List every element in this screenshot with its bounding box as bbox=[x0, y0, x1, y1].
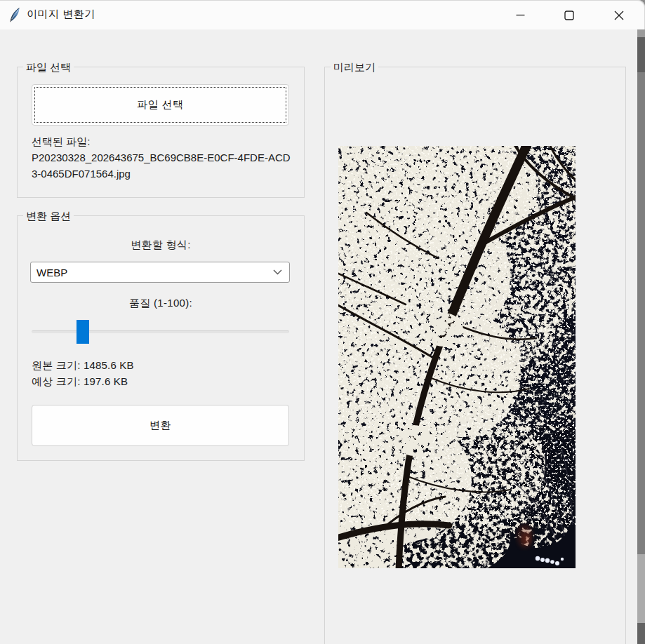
format-combobox[interactable]: WEBP bbox=[30, 262, 290, 283]
selected-file-name: P20230328_202643675_BC69CB8E-E0CF-4FDE-A… bbox=[32, 149, 293, 182]
selected-file-text: 선택된 파일: P20230328_202643675_BC69CB8E-E0C… bbox=[32, 133, 293, 182]
background-scrollbar bbox=[637, 29, 645, 644]
format-label: 변환할 형식: bbox=[18, 239, 304, 252]
preview-legend: 미리보기 bbox=[331, 60, 378, 74]
original-size-label: 원본 크기: 1485.6 KB bbox=[32, 359, 134, 373]
maximize-button[interactable] bbox=[553, 3, 585, 27]
chevron-down-icon[interactable] bbox=[273, 269, 282, 275]
preview-group: 미리보기 bbox=[324, 67, 626, 644]
convert-button[interactable]: 변환 bbox=[32, 405, 289, 446]
scrollbar-track-top bbox=[637, 29, 645, 37]
minimize-button[interactable] bbox=[504, 3, 536, 27]
estimated-size-label: 예상 크기: 197.6 KB bbox=[32, 375, 128, 389]
file-select-group: 파일 선택 파일 선택 선택된 파일: P20230328_202643675_… bbox=[17, 67, 305, 198]
client-area: 파일 선택 파일 선택 선택된 파일: P20230328_202643675_… bbox=[0, 29, 637, 644]
quality-slider-handle[interactable] bbox=[77, 320, 89, 344]
format-combobox-value: WEBP bbox=[31, 267, 273, 279]
file-select-legend: 파일 선택 bbox=[23, 60, 74, 74]
preview-image bbox=[338, 146, 576, 568]
selected-file-caption: 선택된 파일: bbox=[32, 133, 293, 149]
app-window: 이미지 변환기 파일 선택 파일 선택 선택된 파일: P20 bbox=[0, 0, 645, 644]
minimize-line-icon bbox=[516, 11, 525, 20]
titlebar[interactable]: 이미지 변환기 bbox=[0, 0, 645, 29]
convert-options-group: 변환 옵션 변환할 형식: WEBP 품질 (1-100): 원본 크기: 14… bbox=[17, 215, 305, 461]
select-file-button[interactable]: 파일 선택 bbox=[32, 84, 289, 126]
scrollbar-track bbox=[637, 72, 645, 554]
scrollbar-bottom-segment bbox=[637, 623, 645, 644]
close-x-icon bbox=[614, 11, 624, 20]
slider-track[interactable] bbox=[32, 330, 289, 333]
tk-feather-icon bbox=[8, 7, 22, 22]
window-title: 이미지 변환기 bbox=[27, 8, 95, 21]
scrollbar-track-light bbox=[637, 554, 645, 623]
maximize-square-icon bbox=[564, 11, 574, 20]
scrollbar-thumb[interactable] bbox=[637, 37, 645, 72]
close-button[interactable] bbox=[603, 3, 635, 27]
convert-options-legend: 변환 옵션 bbox=[23, 209, 74, 222]
quality-label: 품질 (1-100): bbox=[18, 297, 304, 310]
quality-slider[interactable] bbox=[32, 319, 289, 346]
